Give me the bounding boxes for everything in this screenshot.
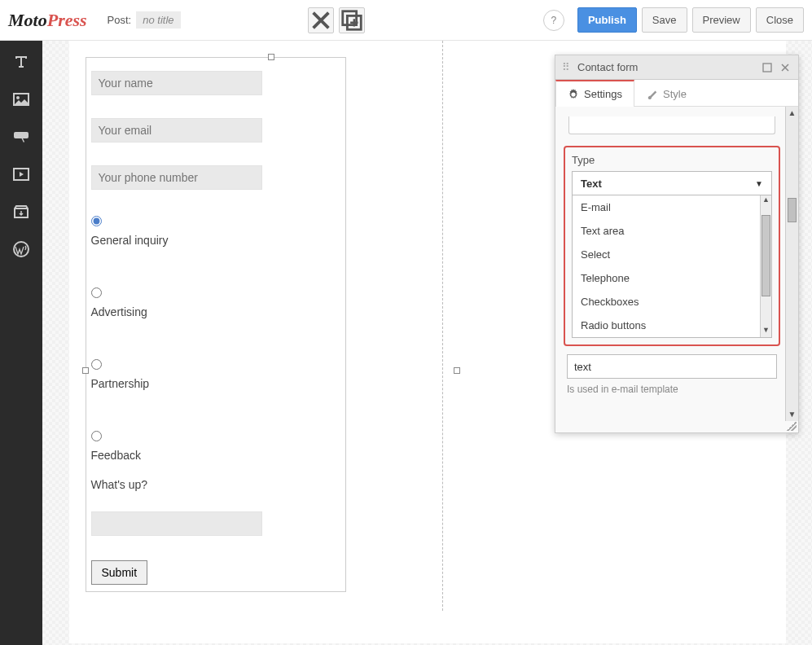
radio-general[interactable]: General inquiry — [91, 216, 340, 247]
panel-scrollbar[interactable]: ▲ ▼ — [785, 107, 798, 421]
resize-grip[interactable] — [787, 421, 797, 431]
image-icon — [11, 90, 31, 109]
radio-label: Advertising — [91, 305, 340, 318]
radio-label: Feedback — [91, 449, 340, 462]
radio-input[interactable] — [91, 431, 102, 441]
scroll-thumb[interactable] — [788, 198, 797, 222]
type-dropdown[interactable]: Text ▼ — [572, 171, 772, 195]
name-field[interactable] — [91, 71, 262, 95]
input-value: text — [574, 361, 591, 373]
whats-up-label: What's up? — [91, 478, 340, 491]
svg-rect-4 — [14, 132, 29, 138]
text-icon — [11, 52, 31, 72]
sidebar-image-tool[interactable] — [8, 86, 34, 112]
panel-tabs: Settings Style — [555, 80, 798, 107]
radio-feedback[interactable]: Feedback — [91, 431, 340, 462]
scroll-thumb[interactable] — [762, 215, 770, 296]
close-post-button[interactable] — [308, 7, 334, 33]
tab-settings[interactable]: Settings — [555, 80, 634, 107]
panel-header[interactable]: ⠿ Contact form — [555, 55, 798, 80]
x-icon — [309, 8, 333, 33]
sidebar-wordpress-tool[interactable] — [8, 236, 34, 262]
radio-input[interactable] — [91, 287, 102, 298]
sidebar-archive-tool[interactable] — [8, 199, 34, 225]
svg-point-3 — [16, 96, 20, 99]
contact-form-block[interactable]: General inquiry Advertising Partnership … — [86, 57, 346, 592]
radio-input[interactable] — [91, 359, 102, 370]
email-field[interactable] — [91, 118, 262, 143]
type-option[interactable]: E-mail — [573, 195, 771, 219]
scroll-up-arrow[interactable]: ▲ — [786, 107, 798, 120]
properties-panel: ⠿ Contact form Settings Style Type Text … — [555, 55, 799, 433]
radio-label: General inquiry — [91, 234, 340, 247]
dropdown-value: Text — [581, 178, 602, 190]
duplicate-icon — [340, 8, 364, 33]
post-title[interactable]: no title — [136, 11, 180, 29]
close-button[interactable]: Close — [756, 7, 804, 33]
publish-button[interactable]: Publish — [577, 7, 637, 33]
selection-handle[interactable] — [268, 54, 274, 60]
selection-handle[interactable] — [82, 367, 89, 374]
type-option[interactable]: Radio buttons — [573, 314, 771, 337]
radio-partnership[interactable]: Partnership — [91, 359, 340, 390]
sidebar-button-tool[interactable] — [8, 124, 34, 150]
radio-input[interactable] — [91, 216, 102, 226]
preview-button[interactable]: Preview — [692, 7, 751, 33]
sidebar-video-tool[interactable] — [8, 161, 34, 187]
grip-icon: ⠿ — [562, 61, 571, 73]
panel-body: Type Text ▼ E-mail Text area Select Tele… — [555, 107, 798, 432]
helper-text: Is used in e-mail template — [567, 384, 790, 395]
column-guide — [442, 41, 443, 611]
type-section-highlight: Type Text ▼ E-mail Text area Select Tele… — [564, 146, 780, 346]
wordpress-icon — [11, 239, 31, 259]
maximize-icon[interactable] — [761, 61, 774, 74]
type-label: Type — [572, 154, 772, 166]
radio-label: Partnership — [91, 377, 340, 390]
panel-title: Contact form — [577, 61, 756, 73]
type-dropdown-list: E-mail Text area Select Telephone Checkb… — [572, 195, 772, 338]
top-bar: MotoPress Post: no title ? Publish Save … — [0, 0, 812, 41]
help-button[interactable]: ? — [543, 10, 564, 31]
type-option[interactable]: Select — [573, 243, 771, 266]
scroll-up-arrow[interactable]: ▲ — [761, 195, 771, 207]
name-template-input[interactable]: text — [567, 354, 777, 379]
dropdown-scrollbar[interactable]: ▲ ▼ — [760, 195, 771, 337]
tab-label: Style — [663, 88, 687, 100]
tab-style[interactable]: Style — [634, 80, 699, 107]
duplicate-button[interactable] — [339, 7, 365, 33]
logo: MotoPress — [8, 10, 87, 31]
submit-button[interactable]: Submit — [91, 560, 148, 585]
tab-label: Settings — [584, 88, 622, 100]
type-option[interactable]: Text area — [573, 219, 771, 243]
sidebar — [0, 41, 42, 645]
save-button[interactable]: Save — [642, 7, 687, 33]
scroll-down-arrow[interactable]: ▼ — [761, 326, 771, 337]
radio-advertising[interactable]: Advertising — [91, 287, 340, 318]
phone-field[interactable] — [91, 165, 262, 190]
close-icon[interactable] — [779, 61, 792, 74]
button-icon — [11, 127, 31, 147]
selection-handle[interactable] — [454, 367, 460, 374]
gear-icon — [568, 89, 579, 100]
post-label: Post: — [108, 14, 132, 26]
type-option[interactable]: Telephone — [573, 266, 771, 290]
svg-rect-7 — [763, 64, 771, 72]
scroll-down-arrow[interactable]: ▼ — [786, 408, 798, 421]
type-option[interactable]: Checkboxes — [573, 290, 771, 314]
video-icon — [11, 165, 31, 184]
brush-icon — [647, 88, 658, 99]
message-field[interactable] — [91, 511, 262, 536]
prev-field-input[interactable] — [568, 116, 775, 134]
archive-icon — [11, 202, 31, 222]
sidebar-text-tool[interactable] — [8, 49, 34, 75]
caret-down-icon: ▼ — [755, 179, 763, 188]
